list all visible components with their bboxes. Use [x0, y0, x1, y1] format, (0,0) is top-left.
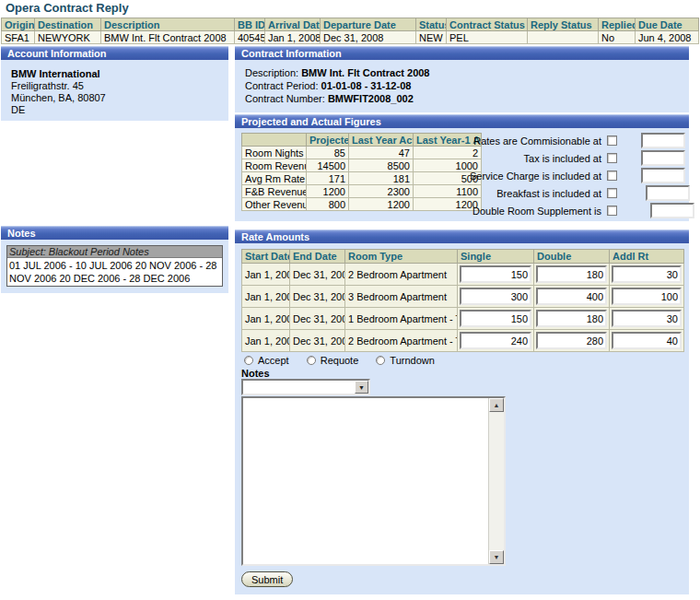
cell-departure-date: Dec 31, 2008 [321, 31, 416, 44]
rate-header-end-date: End Date [290, 250, 345, 264]
account-information-header: Account Information [1, 46, 228, 60]
rate-end-date: Dec 31, 2008 [290, 330, 345, 352]
header-arrival-date: Arrival Date [265, 18, 321, 31]
projected-figures-panel: Projected Last Year Act. Last Year-1 Act… [235, 128, 689, 221]
rate-header-room-type: Room Type [345, 250, 458, 264]
rate-room-type: 1 Bedroom Apartment - Twi [345, 308, 458, 330]
single-rate-input[interactable] [460, 265, 531, 283]
rate-options-list: Rates are Commisionable at Tax is includ… [235, 132, 689, 219]
accept-radio-label: Accept [258, 355, 289, 366]
scroll-up-icon[interactable]: ▲ [489, 398, 504, 412]
summary-data-row: SFA1 NEWYORK BMW Int. Flt Contract 2008 … [2, 31, 699, 44]
rate-amounts-header: Rate Amounts [235, 229, 689, 243]
commissionable-rate-input[interactable] [641, 133, 685, 148]
rate-room-type: 2 Bedroom Apartment - Twi [345, 330, 458, 352]
textarea-scrollbar[interactable]: ▲ ▼ [488, 398, 504, 564]
double-rate-input[interactable] [536, 265, 607, 283]
rate-option-label: Tax is included at [235, 153, 601, 164]
cell-replied: No [599, 31, 636, 44]
double-rate-input[interactable] [536, 332, 607, 349]
addl-rate-input[interactable] [612, 332, 682, 349]
notes-dropdown[interactable]: ▼ [241, 379, 370, 395]
rate-row: Jan 1, 2008 Dec 31, 2008 1 Bedroom Apart… [242, 308, 684, 330]
radio-icon[interactable] [244, 356, 253, 365]
projected-figures-header: Projected and Actual Figures [235, 114, 689, 128]
service-charge-input[interactable] [641, 168, 685, 183]
cell-destination: NEWYORK [35, 31, 101, 44]
header-origin: Origin [2, 18, 35, 31]
header-reply-status: Reply Status [528, 18, 599, 31]
double-rate-input[interactable] [536, 288, 607, 305]
scroll-down-icon[interactable]: ▼ [489, 550, 504, 564]
header-due-date: Due Date [636, 18, 699, 31]
contract-number-value: BMWFIT2008_002 [328, 93, 414, 104]
notes-dropdown-value [243, 381, 355, 394]
rate-row: Jan 1, 2008 Dec 31, 2008 2 Bedroom Apart… [242, 264, 684, 286]
rate-amounts-panel: Start Date End Date Room Type Single Dou… [235, 243, 689, 594]
rate-header-row: Start Date End Date Room Type Single Dou… [242, 250, 684, 264]
cell-arrival-date: Jan 1, 2008 [265, 31, 321, 44]
radio-icon[interactable] [307, 356, 316, 365]
rate-option-row: Service Charge is included at [235, 167, 689, 184]
double-room-supplement-input[interactable] [650, 203, 694, 218]
contract-description-row: Description: BMW Int. Flt Contract 2008 [245, 66, 679, 79]
addl-rate-input[interactable] [612, 265, 682, 283]
reply-radio-group: Accept Requote Turndown [244, 355, 449, 367]
cell-status: NEW [416, 31, 447, 44]
accept-radio-option[interactable]: Accept [244, 355, 289, 366]
reply-notes-textarea[interactable] [243, 398, 488, 564]
header-destination: Destination [35, 18, 101, 31]
rate-option-row: Tax is included at [235, 149, 689, 167]
cell-reply-status [528, 31, 599, 44]
header-bb-id: BB ID [235, 18, 265, 31]
rate-start-date: Jan 1, 2008 [242, 330, 290, 352]
single-rate-input[interactable] [460, 310, 531, 327]
header-replied: Replied [599, 18, 636, 31]
contract-period-value: 01-01-08 - 31-12-08 [321, 80, 412, 91]
tax-rate-input[interactable] [641, 150, 685, 166]
contract-number-label: Contract Number: [245, 93, 325, 104]
turndown-radio-option[interactable]: Turndown [376, 355, 435, 366]
radio-icon[interactable] [376, 356, 385, 365]
addl-rate-input[interactable] [612, 310, 682, 327]
cell-due-date: Jun 4, 2008 [636, 31, 699, 44]
rate-option-row: Double Room Supplement is [235, 202, 689, 219]
submit-button[interactable]: Submit [241, 571, 293, 587]
account-address-line2: München, BA, 80807 [11, 92, 218, 104]
page-title: Opera Contract Reply [6, 1, 129, 15]
rate-row: Jan 1, 2008 Dec 31, 2008 3 Bedroom Apart… [242, 286, 684, 308]
contract-description-label: Description: [245, 67, 298, 78]
breakfast-included-checkbox[interactable] [607, 188, 617, 198]
rate-start-date: Jan 1, 2008 [242, 308, 290, 330]
rate-start-date: Jan 1, 2008 [242, 264, 290, 286]
reply-notes-textarea-frame: ▲ ▼ [241, 396, 506, 566]
addl-rate-input[interactable] [612, 288, 682, 305]
contract-summary-table: Origin Destination Description BB ID Arr… [1, 18, 699, 44]
breakfast-input[interactable] [646, 185, 690, 201]
rate-option-label: Breakfast is included at [235, 188, 601, 199]
turndown-radio-label: Turndown [390, 355, 435, 366]
requote-radio-option[interactable]: Requote [307, 355, 359, 366]
rate-header-start-date: Start Date [242, 250, 290, 264]
double-rate-input[interactable] [536, 310, 607, 327]
chevron-down-icon[interactable]: ▼ [355, 381, 368, 394]
commissionable-checkbox[interactable] [607, 135, 617, 146]
service-charge-checkbox[interactable] [607, 171, 617, 181]
rate-option-label: Rates are Commisionable at [235, 135, 601, 147]
single-rate-input[interactable] [460, 288, 531, 305]
account-country: DE [11, 104, 218, 116]
rate-option-label: Double Room Supplement is [235, 206, 601, 217]
contract-period-label: Contract Period: [245, 80, 318, 91]
rate-header-addl-rt: Addl Rt [610, 250, 684, 264]
header-status: Status [416, 18, 447, 31]
tax-included-checkbox[interactable] [607, 153, 617, 163]
cell-bb-id: 405457 [235, 31, 265, 44]
rate-option-row: Rates are Commisionable at [235, 132, 689, 149]
requote-radio-label: Requote [321, 355, 359, 366]
blackout-notes-box: Subject: Blackout Period Notes 01 JUL 20… [6, 245, 223, 287]
rate-row: Jan 1, 2008 Dec 31, 2008 2 Bedroom Apart… [242, 330, 684, 352]
single-rate-input[interactable] [460, 332, 531, 349]
summary-header-row: Origin Destination Description BB ID Arr… [2, 18, 699, 31]
double-room-supplement-checkbox[interactable] [607, 206, 617, 216]
notes-panel: Subject: Blackout Period Notes 01 JUL 20… [1, 240, 228, 293]
